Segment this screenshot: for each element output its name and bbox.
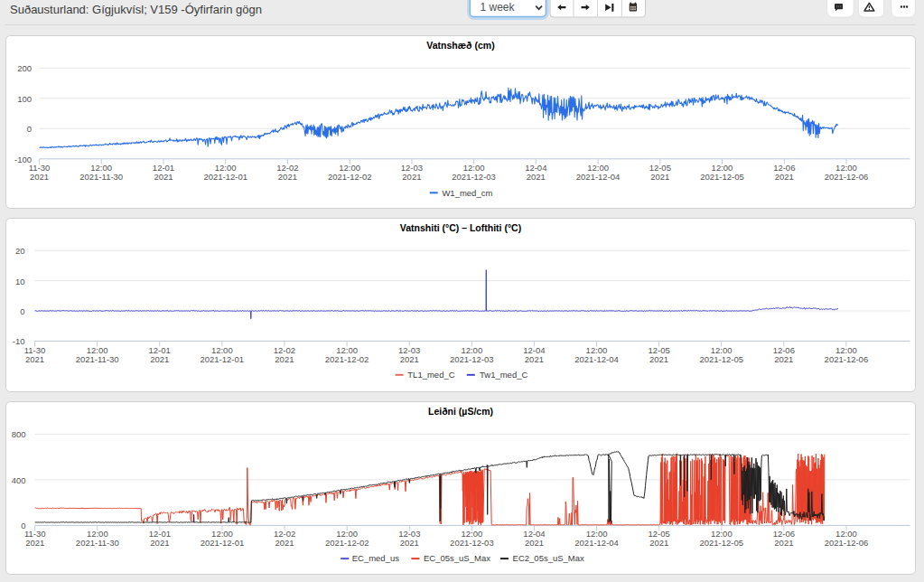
svg-text:2021-12-01: 2021-12-01	[200, 354, 244, 364]
svg-text:2021: 2021	[154, 172, 173, 182]
svg-text:2021-12-05: 2021-12-05	[700, 172, 744, 182]
svg-text:2021: 2021	[775, 172, 794, 182]
svg-text:2021-12-05: 2021-12-05	[699, 538, 743, 548]
svg-text:2021-12-03: 2021-12-03	[450, 538, 494, 548]
svg-text:2021: 2021	[774, 354, 793, 364]
svg-text:2021: 2021	[275, 538, 294, 548]
svg-text:2021-12-06: 2021-12-06	[825, 172, 869, 182]
svg-text:EC_med_us: EC_med_us	[352, 553, 400, 563]
svg-text:2021: 2021	[527, 172, 546, 182]
svg-text:2021-12-04: 2021-12-04	[574, 354, 619, 364]
svg-text:2021: 2021	[278, 172, 297, 182]
svg-text:2021-12-04: 2021-12-04	[576, 172, 621, 182]
svg-text:2021-12-04: 2021-12-04	[574, 538, 619, 548]
svg-text:2021-12-03: 2021-12-03	[450, 354, 494, 364]
svg-text:200: 200	[17, 63, 32, 73]
svg-text:2021: 2021	[649, 538, 668, 548]
svg-text:10: 10	[15, 277, 25, 286]
svg-text:EC_05s_uS_Max: EC_05s_uS_Max	[424, 553, 490, 563]
svg-text:2021-12-05: 2021-12-05	[699, 354, 743, 364]
svg-text:2021-12-02: 2021-12-02	[325, 354, 369, 364]
svg-text:2021: 2021	[400, 538, 419, 548]
svg-text:1 week: 1 week	[481, 1, 516, 14]
svg-text:400: 400	[12, 475, 26, 485]
svg-text:2021: 2021	[402, 172, 421, 182]
svg-text:2021-11-30: 2021-11-30	[76, 538, 119, 548]
svg-text:2021-12-06: 2021-12-06	[825, 354, 869, 364]
svg-text:2021: 2021	[25, 354, 44, 364]
svg-text:2021-12-06: 2021-12-06	[825, 538, 869, 548]
svg-text:100: 100	[17, 94, 32, 104]
svg-text:2021-11-30: 2021-11-30	[79, 172, 123, 182]
svg-text:2021-12-02: 2021-12-02	[325, 538, 369, 548]
svg-text:Tw1_med_C: Tw1_med_C	[480, 370, 527, 380]
svg-text:2021: 2021	[650, 172, 669, 182]
svg-text:2021: 2021	[525, 354, 544, 364]
svg-text:Vatnshiti (°C) – Lofthiti (°C): Vatnshiti (°C) – Lofthiti (°C)	[400, 222, 521, 233]
svg-text:Vatnshæð (cm): Vatnshæð (cm)	[426, 40, 494, 51]
svg-text:-10: -10	[13, 336, 25, 346]
svg-text:2021: 2021	[400, 354, 419, 364]
svg-text:2021-12-02: 2021-12-02	[328, 172, 372, 182]
svg-text:2021: 2021	[275, 354, 294, 364]
svg-text:20: 20	[15, 246, 25, 256]
svg-text:Suðausturland: Gígjukvísl; V15: Suðausturland: Gígjukvísl; V159 -Óyfirfa…	[10, 3, 262, 16]
svg-text:800: 800	[12, 429, 26, 439]
svg-text:2021: 2021	[150, 354, 169, 364]
svg-text:0: 0	[20, 306, 24, 316]
svg-text:2021: 2021	[25, 538, 44, 548]
svg-text:Leiðni (µS/cm): Leiðni (µS/cm)	[428, 406, 493, 417]
svg-text:EC2_05s_uS_Max: EC2_05s_uS_Max	[513, 553, 584, 563]
svg-text:2021: 2021	[649, 354, 668, 364]
svg-text:2021-12-03: 2021-12-03	[452, 172, 496, 182]
svg-text:2021-11-30: 2021-11-30	[76, 354, 119, 364]
svg-text:2021: 2021	[30, 172, 49, 182]
svg-text:2021-12-01: 2021-12-01	[203, 172, 247, 182]
svg-text:2021: 2021	[525, 538, 544, 548]
svg-text:0: 0	[27, 124, 32, 134]
svg-text:2021-12-01: 2021-12-01	[201, 538, 245, 548]
svg-text:TL1_med_C: TL1_med_C	[407, 370, 454, 380]
svg-text:W1_med_cm: W1_med_cm	[442, 188, 492, 198]
svg-text:2021: 2021	[150, 538, 169, 548]
svg-text:2021: 2021	[774, 538, 793, 548]
